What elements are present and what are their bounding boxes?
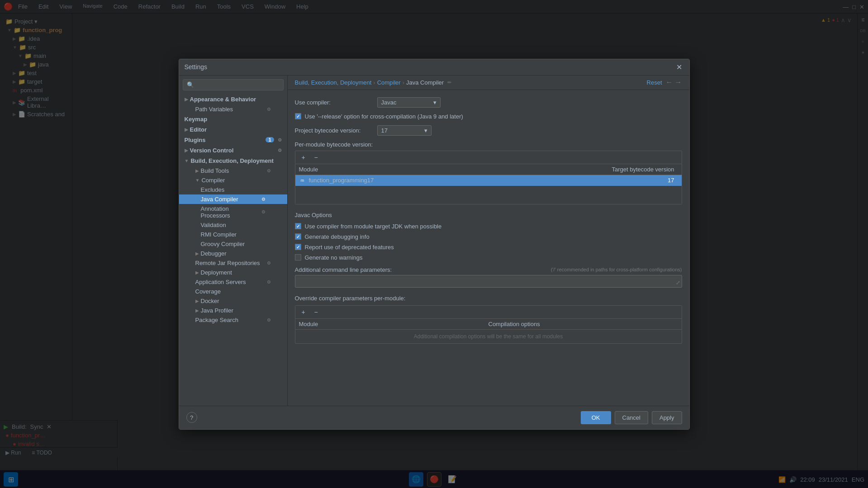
- help-icon: ?: [190, 414, 193, 421]
- override-options-col: Compilation options: [489, 321, 678, 327]
- reset-button[interactable]: Reset: [647, 79, 662, 86]
- profiler-arrow-icon: ▶: [195, 308, 199, 313]
- settings-nav-tree: ▶ Appearance & Behavior Path Variables ⚙…: [179, 94, 287, 406]
- option-3-checkmark-icon: ✓: [296, 245, 300, 250]
- dialog-close-button[interactable]: ✕: [675, 62, 684, 71]
- nav-plugins-header[interactable]: Plugins 1 ⚙: [179, 135, 287, 145]
- option-1-label: Use compiler from module target JDK when…: [305, 223, 442, 230]
- settings-content-panel: Build, Execution, Deployment › Compiler …: [288, 76, 689, 406]
- build-exec-arrow-icon: ▼: [185, 158, 189, 163]
- cmd-params-label-row: Additional command line parameters: ('/'…: [295, 266, 682, 273]
- use-compiler-label: Use compiler:: [295, 99, 372, 106]
- nav-build-exec-header[interactable]: ▼ Build, Execution, Deployment: [179, 156, 287, 166]
- option-3-checkbox[interactable]: ✓: [295, 244, 301, 250]
- nav-debugger[interactable]: ▶ Debugger: [179, 249, 287, 258]
- nav-editor-header[interactable]: ▶ Editor: [179, 124, 287, 135]
- option-4-checkbox[interactable]: [295, 254, 301, 261]
- nav-docker[interactable]: ▶ Docker: [179, 296, 287, 306]
- nav-compiler[interactable]: ▼ Compiler: [179, 175, 287, 185]
- bytecode-version-row: Project bytecode version: 17 ▾: [295, 125, 682, 136]
- nav-keymap-header[interactable]: Keymap: [179, 114, 287, 124]
- per-module-label: Per-module bytecode version:: [295, 141, 682, 148]
- deployment-label: Deployment: [201, 269, 232, 276]
- version-col-header: Target bytecode version: [597, 166, 678, 173]
- ide-background: 🔴 File Edit View Navigate Code Refactor …: [0, 0, 868, 488]
- table-empty-space: [295, 186, 682, 204]
- override-add-button[interactable]: +: [299, 308, 308, 317]
- nav-app-servers[interactable]: Application Servers ⚙: [179, 277, 287, 287]
- option-4-label: Generate no warnings: [305, 254, 363, 261]
- nav-appearance-header[interactable]: ▶ Appearance & Behavior: [179, 94, 287, 104]
- nav-validation[interactable]: Validation: [179, 220, 287, 230]
- settings-nav-panel: ▶ Appearance & Behavior Path Variables ⚙…: [179, 76, 288, 406]
- nav-remote-jar[interactable]: Remote Jar Repositories ⚙: [179, 258, 287, 268]
- debugger-label: Debugger: [201, 250, 227, 257]
- nav-excludes[interactable]: Excludes: [179, 185, 287, 194]
- override-hint-text: Additional compilation options will be t…: [295, 330, 682, 343]
- build-tools-settings-icon: ⚙: [267, 168, 271, 173]
- annotation-settings-icon: ⚙: [261, 209, 266, 214]
- per-module-add-button[interactable]: +: [299, 153, 308, 162]
- build-exec-label: Build, Execution, Deployment: [190, 157, 273, 164]
- nav-java-profiler[interactable]: ▶ Java Profiler: [179, 306, 287, 315]
- option-4-row: Generate no warnings: [295, 254, 682, 261]
- footer-buttons: OK Cancel Apply: [581, 411, 682, 424]
- dialog-title: Settings: [185, 63, 208, 71]
- nav-version-control-header[interactable]: ▶ Version Control ⚙: [179, 145, 287, 156]
- per-module-table-header: Module Target bytecode version: [295, 164, 682, 175]
- cmd-params-input[interactable]: [295, 275, 682, 288]
- nav-deployment[interactable]: ▶ Deployment: [179, 268, 287, 277]
- bytecode-version-dropdown[interactable]: 17 ▾: [377, 125, 432, 136]
- build-tools-label: Build Tools: [201, 167, 229, 174]
- compiler-select-dropdown[interactable]: Javac ▾: [377, 97, 441, 108]
- keymap-label: Keymap: [185, 116, 208, 123]
- settings-search-input[interactable]: [183, 79, 284, 90]
- nav-annotation-processors[interactable]: Annotation Processors ⚙: [179, 204, 287, 220]
- plugins-settings-icon: ⚙: [278, 137, 282, 142]
- option-1-row: ✓ Use compiler from module target JDK wh…: [295, 223, 682, 230]
- help-button[interactable]: ?: [186, 412, 197, 423]
- back-arrow-icon[interactable]: ←: [666, 78, 673, 86]
- breadcrumb-edit-icon: ✏: [447, 80, 451, 85]
- per-module-section: Per-module bytecode version: + − Module …: [295, 141, 682, 204]
- expand-icon[interactable]: ⤢: [676, 280, 680, 286]
- docker-label: Docker: [201, 298, 219, 304]
- nav-path-variables[interactable]: Path Variables ⚙: [179, 104, 287, 114]
- breadcrumb-nav-arrows: ← →: [666, 78, 682, 86]
- option-2-checkmark-icon: ✓: [296, 234, 300, 239]
- cancel-button[interactable]: Cancel: [615, 411, 648, 424]
- breadcrumb-part1[interactable]: Build, Execution, Deployment: [295, 79, 372, 86]
- nav-coverage[interactable]: Coverage: [179, 287, 287, 296]
- docker-arrow-icon: ▶: [195, 298, 199, 303]
- breadcrumb-part2[interactable]: Compiler: [377, 79, 401, 86]
- ok-button[interactable]: OK: [581, 411, 611, 424]
- option-2-checkbox[interactable]: ✓: [295, 233, 301, 240]
- module-table-row[interactable]: m function_programming17 17: [295, 175, 682, 186]
- override-toolbar: + −: [295, 306, 682, 319]
- appearance-arrow-icon: ▶: [185, 97, 188, 102]
- nav-build-tools[interactable]: ▶ Build Tools ⚙: [179, 166, 287, 175]
- per-module-remove-button[interactable]: −: [312, 153, 321, 162]
- nav-rmi-compiler[interactable]: RMI Compiler: [179, 230, 287, 239]
- bytecode-version-arrow-icon: ▾: [424, 127, 427, 134]
- forward-arrow-icon[interactable]: →: [675, 78, 682, 86]
- coverage-label: Coverage: [195, 288, 221, 295]
- per-module-toolbar: + −: [295, 151, 682, 164]
- plugins-badge: 1: [266, 137, 274, 142]
- compiler-label: Compiler: [201, 177, 225, 184]
- appearance-label: Appearance & Behavior: [190, 96, 256, 103]
- validation-label: Validation: [201, 222, 226, 228]
- editor-label: Editor: [190, 126, 207, 133]
- nav-package-search[interactable]: Package Search ⚙: [179, 315, 287, 325]
- apply-button[interactable]: Apply: [652, 411, 682, 424]
- override-remove-button[interactable]: −: [312, 308, 321, 317]
- cmd-params-section: Additional command line parameters: ('/'…: [295, 266, 682, 288]
- option-1-checkbox[interactable]: ✓: [295, 223, 301, 229]
- breadcrumb-part3: Java Compiler: [406, 79, 444, 86]
- groovy-compiler-label: Groovy Compiler: [201, 241, 245, 247]
- per-module-table: + − Module Target bytecode version m: [295, 151, 682, 204]
- nav-groovy-compiler[interactable]: Groovy Compiler: [179, 239, 287, 249]
- release-checkmark-icon: ✓: [296, 114, 300, 119]
- nav-java-compiler[interactable]: Java Compiler ⚙: [179, 194, 287, 204]
- release-checkbox[interactable]: ✓: [295, 113, 301, 119]
